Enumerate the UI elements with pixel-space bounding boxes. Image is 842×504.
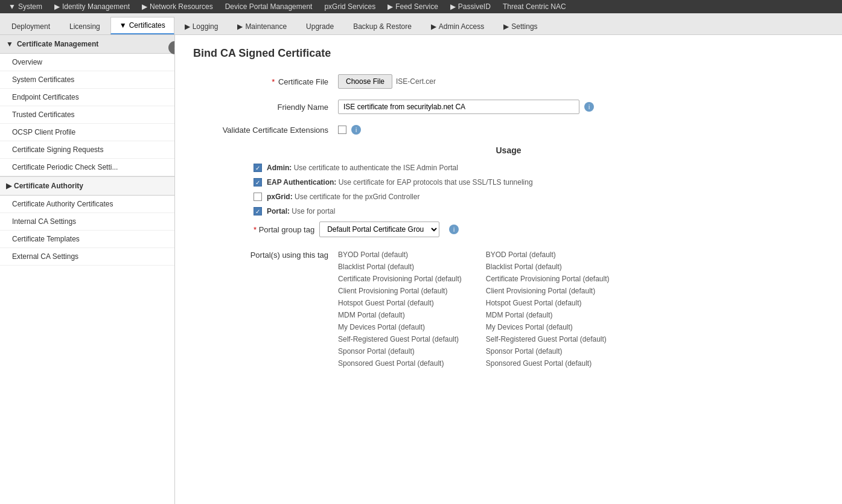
list-item: BYOD Portal (default) [486,249,610,260]
list-item: Self-Registered Guest Portal (default) [338,334,462,345]
arrow-left-icon: ▼ [8,2,16,11]
usage-section: Usage Admin: Use certificate to authenti… [193,145,824,237]
usage-eap-checkbox[interactable] [254,178,262,187]
arrow-right-icon: ▶ [237,22,243,31]
sidebar-item-overview[interactable]: Overview [0,54,174,71]
portal-group-tag-info-icon[interactable]: i [449,225,459,234]
sidebar-item-csr[interactable]: Certificate Signing Requests [0,141,174,159]
arrow-right-icon: ▶ [54,2,60,11]
tab-deployment[interactable]: Deployment [2,18,59,34]
content-area: Bind CA Signed Certificate * Certificate… [175,35,842,504]
sidebar-item-external-ca[interactable]: External CA Settings [0,248,174,266]
usage-admin-text: Admin: Use certificate to authenticate t… [267,164,458,172]
friendly-name-label: Friendly Name [193,103,338,112]
usage-pxgrid-row: pxGrid: Use certificate for the pxGrid C… [193,193,824,201]
nav-feed-service[interactable]: ▶ Feed Service [381,0,444,13]
portal-group-tag-row: * Portal group tag Default Portal Certif… [193,222,824,237]
arrow-down-icon: ▼ [6,40,13,48]
sidebar-item-ca-certs[interactable]: Certificate Authority Certificates [0,196,174,213]
portals-columns: BYOD Portal (default) Blacklist Portal (… [338,249,610,369]
validate-cert-row: Validate Certificate Extensions i [193,125,824,135]
sidebar-item-endpoint-certs[interactable]: Endpoint Certificates [0,89,174,106]
validate-cert-label: Validate Certificate Extensions [193,126,338,135]
tab-backup-restore[interactable]: Backup & Restore [344,18,421,34]
usage-eap-row: EAP Authentication: Use certificate for … [193,178,824,187]
list-item: Client Provisioning Portal (default) [338,285,462,296]
choose-file-button[interactable]: Choose File [338,74,392,89]
usage-admin-checkbox[interactable] [254,164,262,172]
tab-licensing[interactable]: Licensing [60,18,109,34]
validate-cert-info-icon[interactable]: i [351,125,361,135]
tab-settings[interactable]: ▶ Settings [494,18,546,34]
portals-using-tag-label: Portal(s) using this tag [193,249,338,260]
usage-portal-row: Portal: Use for portal [193,207,824,215]
usage-portal-checkbox[interactable] [254,207,262,215]
tab-certificates[interactable]: ▼ Certificates [110,17,174,34]
list-item: Sponsored Guest Portal (default) [338,358,462,369]
sidebar-item-internal-ca[interactable]: Internal CA Settings [0,213,174,231]
tab-maintenance[interactable]: ▶ Maintenance [228,18,296,34]
arrow-down-icon: ▼ [120,21,127,30]
arrow-right-icon: ▶ [503,22,509,31]
sidebar-item-system-certs[interactable]: System Certificates [0,71,174,89]
nav-pxgrid[interactable]: pxGrid Services [318,0,381,13]
nav-device-portal[interactable]: Device Portal Management [219,0,319,13]
friendly-name-input[interactable] [338,100,579,114]
arrow-right-icon: ▶ [450,2,456,11]
list-item: Sponsored Guest Portal (default) [486,358,610,369]
nav-identity-management[interactable]: ▶ Identity Management [48,0,136,13]
list-item: My Devices Portal (default) [486,322,610,333]
list-item: Sponsor Portal (default) [338,346,462,357]
list-item: Certificate Provisioning Portal (default… [338,273,462,284]
list-item: Blacklist Portal (default) [338,261,462,272]
nav-threat-centric[interactable]: Threat Centric NAC [497,0,572,13]
sidebar-item-periodic-check[interactable]: Certificate Periodic Check Setti... [0,159,174,176]
list-item: Self-Registered Guest Portal (default) [486,334,610,345]
arrow-right-icon: ▶ [6,182,11,190]
list-item: Client Provisioning Portal (default) [486,285,610,296]
arrow-right-icon: ▶ [185,22,190,31]
nav-network-resources[interactable]: ▶ Network Resources [136,0,219,13]
list-item: MDM Portal (default) [486,310,610,321]
list-item: Blacklist Portal (default) [486,261,610,272]
portal-group-tag-label: * Portal group tag [254,225,314,234]
portals-column-1: BYOD Portal (default) Blacklist Portal (… [338,249,462,369]
friendly-name-row: Friendly Name i [193,100,824,114]
usage-title: Usage [193,145,824,155]
nav-passiveid[interactable]: ▶ PassiveID [444,0,497,13]
list-item: My Devices Portal (default) [338,322,462,333]
tab-logging[interactable]: ▶ Logging [176,18,228,34]
second-navigation: Deployment Licensing ▼ Certificates ▶ Lo… [0,13,842,35]
list-item: Certificate Provisioning Portal (default… [486,273,610,284]
usage-admin-row: Admin: Use certificate to authenticate t… [193,164,824,172]
list-item: BYOD Portal (default) [338,249,462,260]
list-item: Sponsor Portal (default) [486,346,610,357]
sidebar-item-trusted-certs[interactable]: Trusted Certificates [0,106,174,124]
tab-upgrade[interactable]: Upgrade [297,18,343,34]
certificate-file-label: * Certificate File [193,77,338,86]
sidebar: ‹ ▼ Certificate Management Overview Syst… [0,35,175,504]
page-title: Bind CA Signed Certificate [193,47,824,60]
list-item: Hotspot Guest Portal (default) [338,298,462,308]
arrow-right-icon: ▶ [431,22,436,31]
file-name-display: ISE-Cert.cer [396,77,436,86]
nav-system[interactable]: ▼ System [2,0,48,13]
usage-pxgrid-checkbox[interactable] [254,193,262,201]
usage-portal-text: Portal: Use for portal [267,207,335,215]
sidebar-item-ocsp[interactable]: OCSP Client Profile [0,124,174,141]
main-layout: ‹ ▼ Certificate Management Overview Syst… [0,35,842,504]
portals-column-2: BYOD Portal (default) Blacklist Portal (… [486,249,610,369]
list-item: Hotspot Guest Portal (default) [486,298,610,308]
usage-eap-text: EAP Authentication: Use certificate for … [267,178,533,187]
top-navigation: ▼ System ▶ Identity Management ▶ Network… [0,0,842,13]
sidebar-section-certificate-management[interactable]: ▼ Certificate Management [0,35,174,54]
friendly-name-info-icon[interactable]: i [584,102,594,112]
tab-admin-access[interactable]: ▶ Admin Access [422,18,493,34]
list-item: MDM Portal (default) [338,310,462,321]
portals-using-tag-section: Portal(s) using this tag BYOD Portal (de… [193,249,824,369]
sidebar-item-cert-templates[interactable]: Certificate Templates [0,231,174,248]
arrow-right-icon: ▶ [388,2,393,11]
portal-group-tag-select[interactable]: Default Portal Certificate Grou [319,222,439,237]
validate-cert-checkbox[interactable] [338,126,346,134]
sidebar-section-certificate-authority[interactable]: ▶ Certificate Authority [0,176,174,196]
